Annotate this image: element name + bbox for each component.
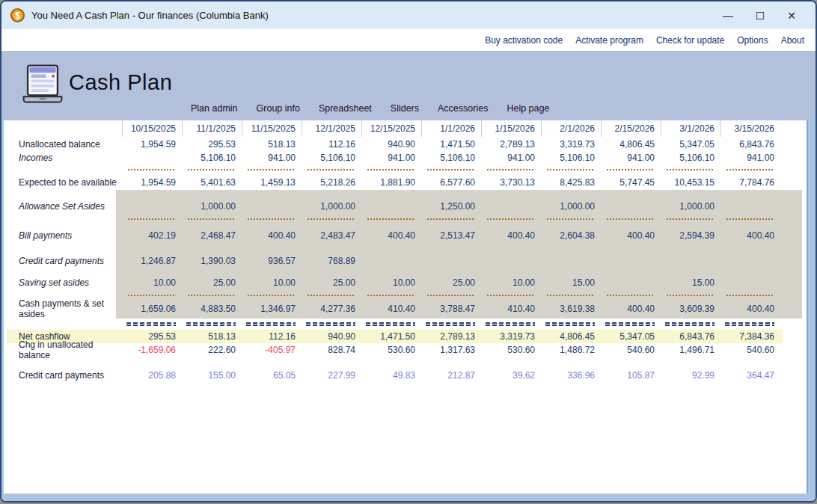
value-cell[interactable] bbox=[601, 274, 661, 292]
value-cell[interactable] bbox=[601, 197, 661, 215]
value-cell[interactable]: 400.40 bbox=[481, 223, 541, 248]
value-cell[interactable]: 8,425.83 bbox=[541, 174, 601, 190]
value-cell[interactable]: 400.40 bbox=[720, 299, 780, 319]
date-column-header[interactable]: 2/15/2026 bbox=[601, 120, 661, 137]
value-cell[interactable]: 15.00 bbox=[661, 274, 720, 292]
value-cell[interactable]: 1,471.50 bbox=[421, 137, 481, 151]
value-cell[interactable]: 112.16 bbox=[242, 330, 302, 343]
value-cell[interactable]: 410.40 bbox=[361, 299, 421, 319]
value-cell[interactable]: 2,604.38 bbox=[541, 223, 601, 248]
value-cell[interactable]: 5,106.10 bbox=[182, 151, 242, 165]
value-cell[interactable]: 6,843.76 bbox=[720, 137, 780, 151]
value-cell[interactable]: 227.99 bbox=[302, 369, 361, 382]
value-cell[interactable]: 39.62 bbox=[481, 369, 541, 382]
value-cell[interactable]: 3,788.47 bbox=[421, 299, 481, 319]
value-cell[interactable]: 205.88 bbox=[122, 369, 182, 382]
value-cell[interactable]: 2,594.39 bbox=[661, 223, 720, 248]
value-cell[interactable]: 518.13 bbox=[182, 330, 242, 343]
value-cell[interactable] bbox=[541, 248, 601, 274]
minimize-icon[interactable]: — bbox=[723, 10, 733, 21]
date-column-header[interactable]: 12/15/2025 bbox=[361, 120, 421, 137]
value-cell[interactable]: 3,609.39 bbox=[661, 299, 720, 319]
nav-link-group-info[interactable]: Group info bbox=[257, 103, 300, 114]
menu-item-check-for-update[interactable]: Check for update bbox=[656, 35, 724, 46]
value-cell[interactable]: 936.57 bbox=[242, 248, 302, 274]
value-cell[interactable]: 222.60 bbox=[182, 343, 242, 357]
menu-item-about[interactable]: About bbox=[781, 35, 804, 46]
value-cell[interactable]: 400.40 bbox=[242, 223, 302, 248]
value-cell[interactable]: 10.00 bbox=[242, 274, 302, 292]
value-cell[interactable]: 530.60 bbox=[361, 343, 421, 357]
value-cell[interactable]: 1,246.87 bbox=[122, 248, 182, 274]
nav-link-help-page[interactable]: Help page bbox=[507, 103, 549, 114]
value-cell[interactable]: 2,513.47 bbox=[421, 223, 481, 248]
value-cell[interactable] bbox=[601, 248, 661, 274]
value-cell[interactable]: 1,250.00 bbox=[421, 197, 481, 215]
value-cell[interactable] bbox=[481, 248, 541, 274]
value-cell[interactable]: 10.00 bbox=[481, 274, 541, 292]
value-cell[interactable]: 364.47 bbox=[720, 369, 780, 382]
value-cell[interactable]: 941.00 bbox=[481, 151, 541, 165]
value-cell[interactable]: -1,659.06 bbox=[122, 343, 182, 357]
value-cell[interactable]: 5,347.05 bbox=[601, 330, 661, 343]
value-cell[interactable]: 941.00 bbox=[601, 151, 661, 165]
menu-item-activate-program[interactable]: Activate program bbox=[575, 35, 643, 46]
value-cell[interactable]: 336.96 bbox=[541, 369, 601, 382]
value-cell[interactable]: 400.40 bbox=[361, 223, 421, 248]
value-cell[interactable] bbox=[720, 197, 780, 215]
value-cell[interactable]: 5,218.26 bbox=[302, 174, 361, 190]
nav-link-plan-admin[interactable]: Plan admin bbox=[191, 103, 238, 114]
date-column-header[interactable]: 11/15/2025 bbox=[242, 120, 302, 137]
value-cell[interactable]: 5,106.10 bbox=[541, 151, 601, 165]
value-cell[interactable]: 49.83 bbox=[361, 369, 421, 382]
value-cell[interactable]: 5,401.63 bbox=[182, 174, 242, 190]
value-cell[interactable]: 92.99 bbox=[661, 369, 720, 382]
value-cell[interactable]: 2,789.13 bbox=[481, 137, 541, 151]
value-cell[interactable]: 941.00 bbox=[720, 151, 780, 165]
value-cell[interactable] bbox=[421, 248, 481, 274]
date-column-header[interactable]: 1/15/2026 bbox=[481, 120, 541, 137]
value-cell[interactable]: 4,277.36 bbox=[302, 299, 361, 319]
value-cell[interactable]: 6,843.76 bbox=[661, 330, 720, 343]
value-cell[interactable] bbox=[242, 197, 302, 215]
value-cell[interactable]: 1,486.72 bbox=[541, 343, 601, 357]
value-cell[interactable]: 1,459.13 bbox=[242, 174, 302, 190]
value-cell[interactable]: 1,471.50 bbox=[361, 330, 421, 343]
date-column-header[interactable]: 3/15/2026 bbox=[720, 120, 780, 137]
value-cell[interactable]: 1,954.59 bbox=[122, 174, 182, 190]
value-cell[interactable]: 6,577.60 bbox=[421, 174, 481, 190]
value-cell[interactable]: 112.16 bbox=[302, 137, 361, 151]
maximize-icon[interactable]: ☐ bbox=[756, 10, 765, 21]
value-cell[interactable]: 2,483.47 bbox=[302, 223, 361, 248]
value-cell[interactable] bbox=[720, 248, 780, 274]
value-cell[interactable]: 7,384.36 bbox=[720, 330, 780, 343]
menu-item-options[interactable]: Options bbox=[737, 35, 768, 46]
value-cell[interactable]: 540.60 bbox=[601, 343, 661, 357]
value-cell[interactable]: 1,000.00 bbox=[182, 197, 242, 215]
value-cell[interactable]: 1,000.00 bbox=[661, 197, 720, 215]
value-cell[interactable] bbox=[122, 197, 182, 215]
value-cell[interactable]: 400.40 bbox=[720, 223, 780, 248]
value-cell[interactable]: 3,619.38 bbox=[541, 299, 601, 319]
value-cell[interactable]: 940.90 bbox=[302, 330, 361, 343]
value-cell[interactable]: 1,496.71 bbox=[661, 343, 720, 357]
value-cell[interactable]: 25.00 bbox=[421, 274, 481, 292]
value-cell[interactable] bbox=[361, 248, 421, 274]
nav-link-accessories[interactable]: Accessories bbox=[438, 103, 488, 114]
value-cell[interactable]: 7,784.76 bbox=[720, 174, 780, 190]
close-icon[interactable]: ✕ bbox=[787, 10, 796, 21]
value-cell[interactable]: 941.00 bbox=[242, 151, 302, 165]
value-cell[interactable]: 1,390.03 bbox=[182, 248, 242, 274]
value-cell[interactable] bbox=[720, 274, 780, 292]
value-cell[interactable] bbox=[122, 151, 182, 165]
value-cell[interactable]: 400.40 bbox=[601, 223, 661, 248]
value-cell[interactable]: 5,106.10 bbox=[421, 151, 481, 165]
value-cell[interactable]: 530.60 bbox=[481, 343, 541, 357]
value-cell[interactable]: 5,747.45 bbox=[601, 174, 661, 190]
menu-item-buy-activation-code[interactable]: Buy activation code bbox=[485, 35, 563, 46]
value-cell[interactable]: 1,346.97 bbox=[242, 299, 302, 319]
value-cell[interactable]: 2,468.47 bbox=[182, 223, 242, 248]
value-cell[interactable] bbox=[661, 248, 720, 274]
value-cell[interactable]: 518.13 bbox=[242, 137, 302, 151]
date-column-header[interactable]: 11/1/2025 bbox=[182, 120, 242, 137]
